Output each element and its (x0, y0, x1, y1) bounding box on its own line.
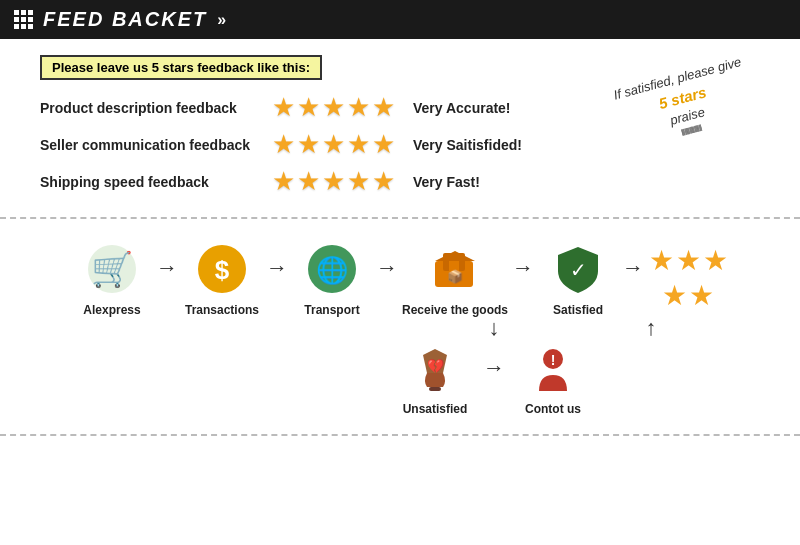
star5: ★ (372, 92, 395, 123)
transactions-icon: $ (192, 239, 252, 299)
star2: ★ (297, 129, 320, 160)
seller-feedback-label: Seller communication feedback (40, 137, 260, 153)
arrow1: → (156, 255, 178, 281)
flow-wrapper: 🛒 Alexpress → $ Transactions → (20, 239, 780, 416)
branch-row: 💔 Unsatisfied → ! (395, 339, 593, 416)
header-arrows: » (217, 11, 226, 29)
satisfied-col-bottom: ↑ (615, 317, 687, 339)
header: FEED BACKET » (0, 0, 800, 39)
product-feedback-label: Product description feedback (40, 100, 260, 116)
big-star3: ★ (703, 244, 728, 277)
feedback-row-shipping: Shipping speed feedback ★ ★ ★ ★ ★ Very F… (40, 166, 760, 197)
flow-item-transactions: $ Transactions (182, 239, 262, 317)
page-title: FEED BACKET (43, 8, 207, 31)
shipping-feedback-result: Very Fast! (413, 174, 480, 190)
alexpress-icon: 🛒 (82, 239, 142, 299)
arrow4: → (512, 255, 534, 281)
satisfied-label: Satisfied (553, 303, 603, 317)
flow-item-alexpress: 🛒 Alexpress (72, 239, 152, 317)
big-star5: ★ (689, 279, 714, 312)
big-star1: ★ (649, 244, 674, 277)
svg-text:📦: 📦 (447, 268, 464, 285)
star5: ★ (372, 129, 395, 160)
svg-text:$: $ (215, 255, 230, 285)
seller-feedback-result: Very Saitisfided! (413, 137, 522, 153)
down-arrow: ↓ (489, 317, 500, 339)
branch-receive-col: ↓ 💔 Unsatisfied (395, 317, 593, 416)
transport-icon: 🌐 (302, 239, 362, 299)
divider-top (0, 217, 800, 219)
alexpress-label: Alexpress (83, 303, 140, 317)
product-feedback-result: Very Accurate! (413, 100, 511, 116)
star3: ★ (322, 166, 345, 197)
transport-label: Transport (304, 303, 359, 317)
star1: ★ (272, 166, 295, 197)
big-star4: ★ (662, 279, 687, 312)
flow-item-transport: 🌐 Transport (292, 239, 372, 317)
svg-text:!: ! (551, 352, 556, 368)
product-stars: ★ ★ ★ ★ ★ (272, 92, 395, 123)
flow-item-satisfied: ✓ Satisfied (538, 239, 618, 317)
arrow-branch: → (483, 355, 505, 381)
star2: ★ (297, 166, 320, 197)
please-label: Please leave us 5 stars feedback like th… (40, 55, 322, 80)
unsatisfied-label: Unsatisfied (403, 402, 468, 416)
arrow5: → (622, 255, 644, 281)
arrow2: → (266, 255, 288, 281)
svg-marker-9 (435, 251, 475, 261)
receive-icon: 📦 (425, 239, 485, 299)
star3: ★ (322, 92, 345, 123)
divider-bottom (0, 434, 800, 436)
svg-text:✓: ✓ (570, 259, 587, 281)
svg-text:💔: 💔 (427, 358, 445, 375)
star1: ★ (272, 92, 295, 123)
star2: ★ (297, 92, 320, 123)
arrow3: → (376, 255, 398, 281)
big-star2: ★ (676, 244, 701, 277)
contact-label: Contot us (525, 402, 581, 416)
flow-item-receive: 📦 Receive the goods (402, 239, 508, 317)
up-arrow: ↑ (646, 317, 657, 339)
star4: ★ (347, 166, 370, 197)
satisfied-icon: ✓ (548, 239, 608, 299)
flow-item-unsatisfied: 💔 Unsatisfied (395, 339, 475, 416)
main-flow-row: 🛒 Alexpress → $ Transactions → (72, 239, 728, 317)
transactions-label: Transactions (185, 303, 259, 317)
unsatisfied-icon: 💔 (405, 339, 465, 399)
star1: ★ (272, 129, 295, 160)
contact-icon: ! (523, 339, 583, 399)
big-stars: ★ ★ ★ ★ ★ (648, 244, 728, 312)
shipping-stars: ★ ★ ★ ★ ★ (272, 166, 395, 197)
svg-rect-13 (429, 387, 441, 391)
star4: ★ (347, 92, 370, 123)
svg-text:🌐: 🌐 (316, 254, 349, 286)
shipping-feedback-label: Shipping speed feedback (40, 174, 260, 190)
svg-text:🛒: 🛒 (91, 249, 134, 290)
feedback-section: Please leave us 5 stars feedback like th… (0, 39, 800, 207)
star4: ★ (347, 129, 370, 160)
flow-item-contact: ! Contot us (513, 339, 593, 416)
star5: ★ (372, 166, 395, 197)
star3: ★ (322, 129, 345, 160)
seller-stars: ★ ★ ★ ★ ★ (272, 129, 395, 160)
flow-section: 🛒 Alexpress → $ Transactions → (0, 229, 800, 426)
grid-icon (14, 10, 33, 29)
